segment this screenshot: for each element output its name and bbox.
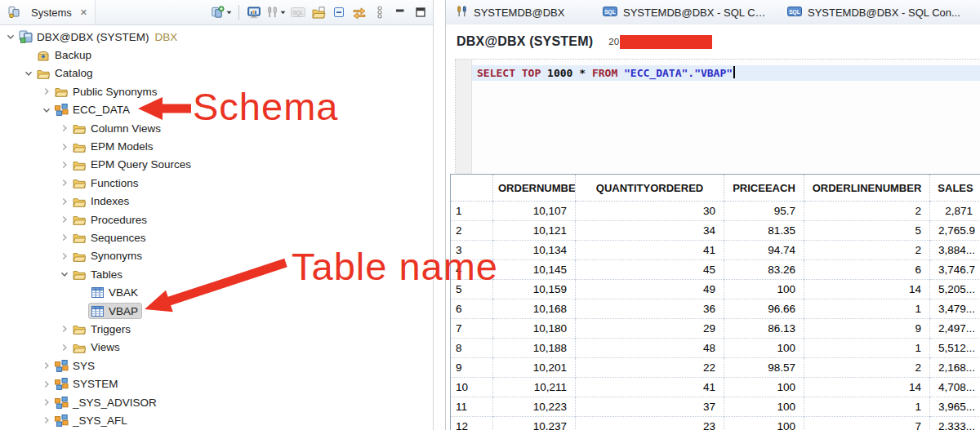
row-number-cell[interactable]: 3 <box>451 241 493 260</box>
result-cell[interactable]: 23 <box>576 417 724 430</box>
result-cell[interactable]: 37 <box>576 397 724 417</box>
tree-item-box[interactable]: _SYS_AFL <box>53 413 131 428</box>
tree-item-box[interactable]: Triggers <box>71 321 134 336</box>
result-cell[interactable]: 10,134 <box>493 241 576 260</box>
result-cell[interactable]: 45 <box>576 260 724 280</box>
result-cell[interactable]: 3,884... <box>930 241 980 260</box>
systems-tree[interactable]: DBX@DBX (SYSTEM)DBXBackupCatalogPublic S… <box>0 27 433 430</box>
row-number-cell[interactable]: 1 <box>451 202 493 221</box>
result-cell[interactable]: 48 <box>576 339 724 358</box>
result-cell[interactable]: 10,211 <box>493 378 576 397</box>
result-cell[interactable]: 10,237 <box>493 417 576 430</box>
result-cell[interactable]: 41 <box>576 378 724 397</box>
result-cell[interactable]: 41 <box>576 241 724 260</box>
new-system-button[interactable] <box>210 3 233 21</box>
result-cell[interactable]: 5 <box>804 221 930 241</box>
result-cell[interactable]: 100 <box>724 378 804 397</box>
tree-item-catalog[interactable]: Catalog <box>0 64 433 82</box>
tree-item-ecc-data[interactable]: ECC_DATA <box>0 101 433 119</box>
result-cell[interactable]: 100 <box>724 280 804 299</box>
chevron-collapsed-icon[interactable] <box>57 122 71 135</box>
row-number-cell[interactable]: 12 <box>451 417 493 430</box>
result-cell[interactable]: 49 <box>576 280 724 299</box>
column-header-sales[interactable]: SALES <box>930 175 980 202</box>
result-cell[interactable]: 81.35 <box>724 221 804 241</box>
result-cell[interactable]: 86.13 <box>724 319 804 339</box>
result-cell[interactable]: 10,188 <box>493 339 576 358</box>
tree-item-views[interactable]: Views <box>0 339 433 357</box>
tree-item-backup[interactable]: Backup <box>0 46 433 64</box>
result-cell[interactable]: 10,201 <box>493 358 576 378</box>
chevron-collapsed-icon[interactable] <box>39 378 53 391</box>
row-number-header[interactable] <box>451 175 493 202</box>
chevron-expanded-icon[interactable] <box>3 30 17 43</box>
tree-item-box[interactable]: ECC_DATA <box>53 103 133 117</box>
tab-systems[interactable]: Systems ✕ <box>0 0 96 24</box>
tree-item-sys-afl[interactable]: _SYS_AFL <box>0 411 433 429</box>
chevron-collapsed-icon[interactable] <box>39 396 53 409</box>
result-cell[interactable]: 100 <box>724 397 804 417</box>
row-number-cell[interactable]: 10 <box>451 378 493 397</box>
column-header-orderlinenumber[interactable]: ORDERLINENUMBER <box>804 175 930 202</box>
result-cell[interactable]: 83.26 <box>724 260 804 280</box>
result-cell[interactable]: 9 <box>804 319 930 339</box>
chevron-collapsed-icon[interactable] <box>57 140 71 153</box>
chevron-collapsed-icon[interactable] <box>57 231 71 244</box>
editor-code-area[interactable]: SELECT TOP 1000 * FROM "ECC_DATA"."VBAP" <box>472 60 980 175</box>
row-number-cell[interactable]: 5 <box>451 280 493 299</box>
column-header-ordernumber[interactable]: ORDERNUMBER <box>493 175 576 202</box>
editor-tab-1[interactable]: SYSTEMDB@DBX <box>446 0 593 24</box>
result-cell[interactable]: 29 <box>576 319 724 339</box>
result-cell[interactable]: 2 <box>804 241 930 260</box>
row-number-cell[interactable]: 11 <box>451 397 493 417</box>
result-cell[interactable]: 30 <box>576 202 724 221</box>
tree-item-box[interactable]: Column Views <box>71 121 164 135</box>
maximize-view-button[interactable] <box>412 3 430 21</box>
result-cell[interactable]: 3,965... <box>930 397 980 417</box>
result-cell[interactable]: 3,479... <box>930 299 980 319</box>
result-cell[interactable]: 36 <box>576 299 724 319</box>
tree-item-indexes[interactable]: Indexes <box>0 193 433 211</box>
tree-item-synonyms[interactable]: Synonyms <box>0 247 433 265</box>
tree-item-box[interactable]: EPM Query Sources <box>71 157 194 172</box>
chevron-collapsed-icon[interactable] <box>57 250 71 263</box>
tree-item-box[interactable]: Synonyms <box>71 249 145 264</box>
open-file-button[interactable] <box>310 3 327 21</box>
tree-item-box[interactable]: Tables <box>71 267 126 281</box>
result-cell[interactable]: 1 <box>804 299 930 319</box>
tree-item-box[interactable]: SYSTEM <box>53 377 122 392</box>
tree-item-box[interactable]: DBX@DBX (SYSTEM)DBX <box>17 29 180 44</box>
close-icon[interactable]: ✕ <box>80 7 87 18</box>
tree-item-box[interactable]: Catalog <box>35 66 96 81</box>
result-cell[interactable]: 1 <box>804 397 930 417</box>
tree-item-box[interactable]: Procedures <box>71 212 150 227</box>
tree-item-vbap[interactable]: VBAP <box>0 302 433 320</box>
chevron-collapsed-icon[interactable] <box>57 322 71 335</box>
tree-item-epm-query-sources[interactable]: EPM Query Sources <box>0 156 433 174</box>
tree-item-box[interactable]: _SYS_ADVISOR <box>53 395 160 410</box>
result-cell[interactable]: 10,107 <box>493 202 576 221</box>
collapse-all-button[interactable] <box>330 3 348 21</box>
tree-item-dbx-dbx-system[interactable]: DBX@DBX (SYSTEM)DBX <box>0 28 433 46</box>
tree-item-box[interactable]: Functions <box>71 175 142 190</box>
result-cell[interactable]: 96.66 <box>724 299 804 319</box>
result-cell[interactable]: 6 <box>804 260 930 280</box>
row-number-cell[interactable]: 2 <box>451 221 493 241</box>
result-cell[interactable]: 2,497... <box>930 319 980 339</box>
column-header-quantityordered[interactable]: QUANTITYORDERED <box>576 175 724 202</box>
result-cell[interactable]: 98.57 <box>724 358 804 378</box>
result-cell[interactable]: 10,223 <box>493 397 576 417</box>
tree-item-sys[interactable]: SYS <box>0 357 433 375</box>
result-cell[interactable]: 100 <box>724 417 804 430</box>
chevron-collapsed-icon[interactable] <box>39 414 53 427</box>
result-cell[interactable]: 2,333... <box>930 417 980 430</box>
tree-item-triggers[interactable]: Triggers <box>0 320 433 338</box>
tree-item-box[interactable]: Public Synonyms <box>53 84 161 99</box>
chevron-collapsed-icon[interactable] <box>57 158 71 171</box>
chevron-expanded-icon[interactable] <box>39 104 53 117</box>
tree-item-epm-models[interactable]: EPM Models <box>0 137 433 155</box>
result-cell[interactable]: 2 <box>804 202 930 221</box>
result-cell[interactable]: 34 <box>576 221 724 241</box>
result-cell[interactable]: 3,746.7 <box>930 260 980 280</box>
tree-item-public-synonyms[interactable]: Public Synonyms <box>0 82 433 100</box>
